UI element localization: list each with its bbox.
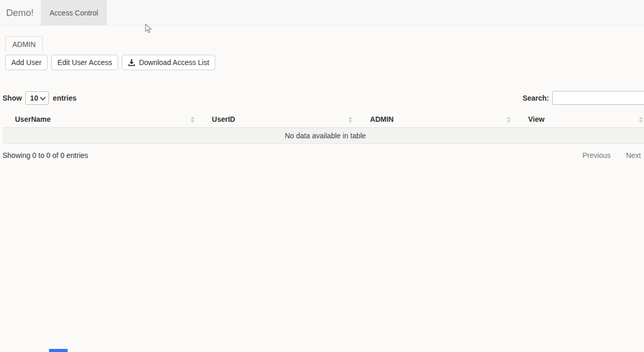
column-header-admin[interactable]: ADMIN bbox=[358, 111, 516, 128]
search-label: Search: bbox=[523, 94, 549, 102]
download-icon bbox=[128, 59, 135, 66]
add-user-button[interactable]: Add User bbox=[5, 55, 47, 70]
table-header-row: UserName UserID ADMIN View bbox=[3, 111, 644, 128]
tab-admin[interactable]: ADMIN bbox=[5, 36, 43, 53]
sort-both-icon bbox=[190, 117, 195, 123]
column-header-view[interactable]: View bbox=[516, 111, 644, 128]
brand-title: Demo! bbox=[0, 0, 41, 25]
top-navbar: Demo! Access Control bbox=[0, 0, 644, 26]
table-length-control: Show 10 entries bbox=[3, 91, 76, 105]
empty-table-message: No data available in table bbox=[3, 128, 644, 144]
column-header-userid-label: UserID bbox=[212, 115, 235, 123]
search-input[interactable] bbox=[552, 91, 644, 105]
download-access-list-button-label: Download Access List bbox=[139, 58, 209, 67]
column-header-username[interactable]: UserName bbox=[3, 111, 200, 128]
next-page-button[interactable]: Next bbox=[626, 151, 641, 159]
entries-per-page-select[interactable]: 10 bbox=[25, 91, 49, 105]
table-search-control: Search: bbox=[523, 91, 644, 105]
access-table: UserName UserID ADMIN View bbox=[3, 111, 644, 144]
show-label: Show bbox=[3, 94, 22, 102]
pagination: Previous Next bbox=[583, 151, 644, 159]
table-info-text: Showing 0 to 0 of 0 entries bbox=[3, 151, 88, 159]
download-access-list-button[interactable]: Download Access List bbox=[122, 55, 215, 70]
column-header-username-label: UserName bbox=[15, 115, 51, 123]
add-user-button-label: Add User bbox=[11, 58, 41, 67]
edit-user-access-button-label: Edit User Access bbox=[57, 58, 112, 67]
sort-both-icon bbox=[348, 117, 352, 123]
access-table-wrapper: Show 10 entries Search: UserName bbox=[3, 91, 644, 159]
sort-both-icon bbox=[639, 117, 643, 123]
role-tabs: ADMIN bbox=[5, 36, 644, 53]
entries-label: entries bbox=[53, 94, 76, 102]
empty-table-row: No data available in table bbox=[3, 128, 644, 144]
entries-select-wrap: 10 bbox=[25, 91, 49, 105]
sort-both-icon bbox=[507, 117, 511, 123]
edit-user-access-button[interactable]: Edit User Access bbox=[51, 55, 118, 70]
progress-bar-segment bbox=[49, 349, 68, 352]
toolbar: Add User Edit User Access Download Acces… bbox=[5, 55, 644, 70]
column-header-admin-label: ADMIN bbox=[370, 115, 394, 123]
nav-item-access-control[interactable]: Access Control bbox=[41, 0, 107, 25]
column-header-userid[interactable]: UserID bbox=[200, 111, 358, 128]
previous-page-button[interactable]: Previous bbox=[583, 151, 610, 159]
column-header-view-label: View bbox=[528, 115, 545, 123]
